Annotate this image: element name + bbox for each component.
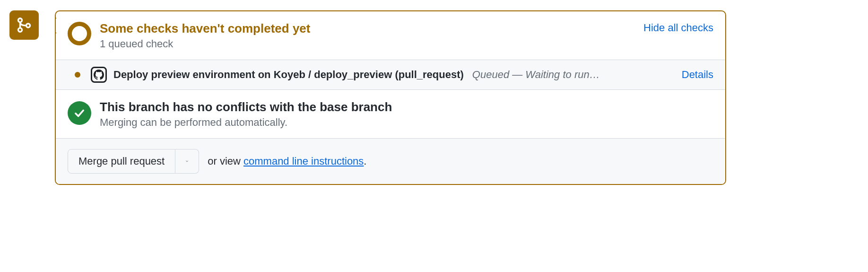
pending-status-icon (68, 22, 91, 45)
merge-status-box: Some checks haven't completed yet 1 queu… (55, 10, 726, 185)
mergeability-section: This branch has no conflicts with the ba… (56, 90, 725, 139)
pending-dot-icon (75, 72, 80, 78)
github-app-icon (91, 67, 107, 83)
or-view-text: or view (208, 155, 243, 167)
git-merge-icon (16, 17, 32, 33)
checks-summary-title: Some checks haven't completed yet (100, 21, 713, 37)
merge-options-dropdown-button[interactable] (175, 149, 199, 174)
checks-list: Deploy preview environment on Koyeb / de… (56, 60, 725, 90)
period: . (364, 155, 366, 167)
checks-summary-section: Some checks haven't completed yet 1 queu… (56, 11, 725, 60)
merge-button-group: Merge pull request (68, 149, 199, 174)
merge-alt-text: or view command line instructions. (208, 155, 366, 167)
command-line-instructions-link[interactable]: command line instructions (243, 155, 364, 167)
mergeability-subtitle: Merging can be performed automatically. (100, 116, 713, 129)
merge-pull-request-button[interactable]: Merge pull request (68, 149, 175, 174)
github-icon (94, 70, 104, 80)
timeline-merge-badge (9, 10, 39, 40)
merge-footer: Merge pull request or view command line … (56, 139, 725, 184)
hide-all-checks-link[interactable]: Hide all checks (643, 22, 713, 34)
caret-down-icon (186, 159, 188, 163)
svg-point-0 (18, 18, 22, 22)
checks-summary-subtitle: 1 queued check (100, 38, 713, 50)
mergeability-title: This branch has no conflicts with the ba… (100, 99, 713, 115)
check-row: Deploy preview environment on Koyeb / de… (56, 60, 725, 89)
check-name: Deploy preview environment on Koyeb / de… (113, 69, 464, 81)
check-status-text: Queued — Waiting to run… (472, 69, 682, 81)
success-status-icon (68, 101, 91, 125)
check-icon (73, 107, 86, 119)
svg-point-1 (18, 28, 22, 32)
svg-point-2 (26, 24, 30, 27)
check-details-link[interactable]: Details (682, 69, 713, 81)
